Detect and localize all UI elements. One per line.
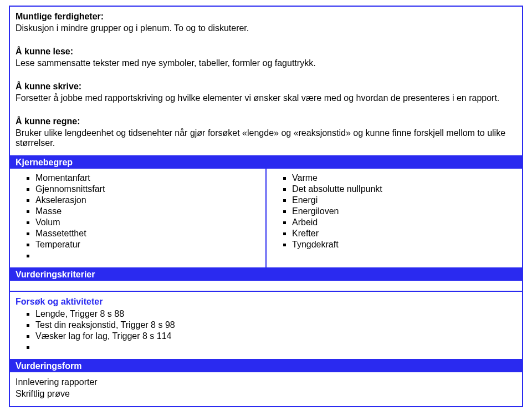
vurderingskriterier-heading: Vurderingskriterier bbox=[10, 269, 522, 281]
muntlige-heading: Muntlige ferdigheter: bbox=[16, 12, 516, 22]
skrive-text: Forsetter å jobbe med rapportskriving og… bbox=[16, 93, 516, 103]
list-item: Masse bbox=[35, 206, 260, 216]
list-item: Momentanfart bbox=[35, 173, 260, 183]
list-item: Varme bbox=[292, 173, 516, 183]
list-item: Lengde, Trigger 8 s 88 bbox=[35, 309, 516, 319]
list-item: Tyngdekraft bbox=[292, 240, 516, 250]
list-item-empty bbox=[35, 251, 260, 261]
empty-row bbox=[10, 281, 522, 292]
list-item: Gjennomsnittsfart bbox=[35, 184, 260, 194]
list-item: Temperatur bbox=[35, 240, 260, 250]
lese-text: Lese sammensatte tekster med nye symbole… bbox=[16, 58, 516, 68]
list-item: Det absolutte nullpunkt bbox=[292, 184, 516, 194]
vurderingsform-line: Skriftlig prøve bbox=[16, 389, 516, 399]
list-item: Energi bbox=[292, 195, 516, 205]
skrive-heading: Å kunne skrive: bbox=[16, 82, 516, 92]
list-item: Krefter bbox=[292, 229, 516, 239]
kjernebegrep-right-list: Varme Det absolutte nullpunkt Energi Ene… bbox=[272, 173, 516, 250]
kjernebegrep-row: Momentanfart Gjennomsnittsfart Akseleras… bbox=[10, 169, 522, 269]
lese-heading: Å kunne lese: bbox=[16, 47, 516, 57]
list-item: Væsker lag for lag, Trigger 8 s 114 bbox=[35, 331, 516, 341]
muntlige-text: Diskusjon i mindre grupper og i plenum. … bbox=[16, 23, 516, 33]
document-table: Muntlige ferdigheter: Diskusjon i mindre… bbox=[9, 6, 523, 407]
regne-heading: Å kunne regne: bbox=[16, 117, 516, 126]
list-item: Test din reaksjonstid, Trigger 8 s 98 bbox=[35, 320, 516, 330]
forsok-list: Lengde, Trigger 8 s 88 Test din reaksjon… bbox=[16, 309, 516, 352]
list-item: Volum bbox=[35, 217, 260, 227]
list-item: Massetetthet bbox=[35, 229, 260, 239]
forsok-cell: Forsøk og aktiviteter Lengde, Trigger 8 … bbox=[10, 292, 522, 360]
list-item: Arbeid bbox=[292, 217, 516, 227]
regne-text: Bruker ulike lengdeenhet og tidsenehter … bbox=[16, 128, 516, 148]
list-item: Akselerasjon bbox=[35, 195, 260, 205]
list-item-empty bbox=[35, 342, 516, 352]
kjernebegrep-left-list: Momentanfart Gjennomsnittsfart Akseleras… bbox=[16, 173, 260, 261]
kjernebegrep-heading: Kjernebegrep bbox=[10, 156, 522, 169]
vurderingsform-line: Innlevering rapporter bbox=[16, 377, 516, 387]
kjernebegrep-right: Varme Det absolutte nullpunkt Energi Ene… bbox=[267, 169, 522, 267]
skills-cell: Muntlige ferdigheter: Diskusjon i mindre… bbox=[10, 7, 522, 156]
forsok-heading: Forsøk og aktiviteter bbox=[16, 297, 516, 307]
kjernebegrep-left: Momentanfart Gjennomsnittsfart Akseleras… bbox=[10, 169, 267, 267]
list-item: Energiloven bbox=[292, 206, 516, 216]
vurderingsform-heading: Vurderingsform bbox=[10, 360, 522, 372]
vurderingsform-cell: Innlevering rapporter Skriftlig prøve bbox=[10, 372, 522, 406]
